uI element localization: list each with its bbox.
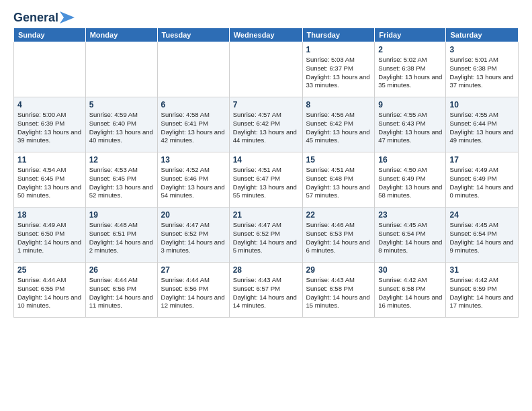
- calendar-cell: 20Sunrise: 4:47 AM Sunset: 6:52 PM Dayli…: [157, 208, 229, 263]
- day-info: Sunrise: 4:48 AM Sunset: 6:51 PM Dayligh…: [89, 221, 154, 255]
- calendar-cell: 17Sunrise: 4:49 AM Sunset: 6:49 PM Dayli…: [446, 152, 519, 208]
- day-info: Sunrise: 4:57 AM Sunset: 6:42 PM Dayligh…: [233, 111, 299, 145]
- calendar-cell: 28Sunrise: 4:43 AM Sunset: 6:57 PM Dayli…: [229, 263, 302, 318]
- calendar-cell: 18Sunrise: 4:49 AM Sunset: 6:50 PM Dayli…: [14, 208, 86, 263]
- day-number: 27: [161, 265, 226, 275]
- week-row-4: 18Sunrise: 4:49 AM Sunset: 6:50 PM Dayli…: [14, 208, 519, 263]
- day-info: Sunrise: 4:58 AM Sunset: 6:41 PM Dayligh…: [161, 111, 226, 145]
- day-number: 5: [89, 100, 154, 109]
- day-info: Sunrise: 4:56 AM Sunset: 6:42 PM Dayligh…: [306, 111, 371, 145]
- calendar-cell: [14, 42, 86, 97]
- day-number: 25: [17, 265, 82, 275]
- weekday-header-thursday: Thursday: [302, 28, 375, 42]
- day-number: 23: [378, 210, 442, 220]
- day-number: 21: [233, 210, 299, 220]
- day-info: Sunrise: 4:45 AM Sunset: 6:54 PM Dayligh…: [378, 221, 442, 255]
- logo-arrow-icon: [60, 11, 75, 24]
- weekday-header-row: SundayMondayTuesdayWednesdayThursdayFrid…: [14, 28, 519, 42]
- day-info: Sunrise: 4:49 AM Sunset: 6:50 PM Dayligh…: [17, 221, 82, 255]
- day-info: Sunrise: 4:42 AM Sunset: 6:59 PM Dayligh…: [449, 276, 515, 310]
- day-info: Sunrise: 4:55 AM Sunset: 6:43 PM Dayligh…: [378, 111, 442, 145]
- calendar-cell: 14Sunrise: 4:51 AM Sunset: 6:47 PM Dayli…: [229, 152, 302, 208]
- svg-marker-0: [60, 11, 75, 24]
- day-info: Sunrise: 5:00 AM Sunset: 6:39 PM Dayligh…: [17, 111, 82, 145]
- day-info: Sunrise: 4:50 AM Sunset: 6:49 PM Dayligh…: [378, 166, 442, 200]
- calendar-cell: 15Sunrise: 4:51 AM Sunset: 6:48 PM Dayli…: [302, 152, 375, 208]
- day-info: Sunrise: 4:59 AM Sunset: 6:40 PM Dayligh…: [89, 111, 154, 145]
- day-number: 7: [233, 100, 299, 109]
- day-number: 16: [378, 155, 442, 165]
- logo-general: General: [13, 11, 58, 25]
- weekday-header-friday: Friday: [375, 28, 446, 42]
- day-number: 2: [378, 45, 442, 54]
- calendar-cell: [157, 42, 229, 97]
- day-number: 3: [449, 45, 515, 54]
- day-number: 20: [161, 210, 226, 220]
- day-number: 17: [449, 155, 515, 165]
- day-info: Sunrise: 4:49 AM Sunset: 6:49 PM Dayligh…: [449, 166, 515, 200]
- day-number: 9: [378, 100, 442, 109]
- calendar-cell: 24Sunrise: 4:45 AM Sunset: 6:54 PM Dayli…: [446, 208, 519, 263]
- day-number: 28: [233, 265, 299, 275]
- calendar-cell: 2Sunrise: 5:02 AM Sunset: 6:38 PM Daylig…: [375, 42, 446, 97]
- week-row-2: 4Sunrise: 5:00 AM Sunset: 6:39 PM Daylig…: [14, 97, 519, 152]
- day-info: Sunrise: 4:47 AM Sunset: 6:52 PM Dayligh…: [161, 221, 226, 255]
- calendar-cell: 25Sunrise: 4:44 AM Sunset: 6:55 PM Dayli…: [14, 263, 86, 318]
- calendar-cell: 11Sunrise: 4:54 AM Sunset: 6:45 PM Dayli…: [14, 152, 86, 208]
- calendar-cell: 9Sunrise: 4:55 AM Sunset: 6:43 PM Daylig…: [375, 97, 446, 152]
- day-info: Sunrise: 4:45 AM Sunset: 6:54 PM Dayligh…: [449, 221, 515, 255]
- day-info: Sunrise: 4:46 AM Sunset: 6:53 PM Dayligh…: [306, 221, 371, 255]
- day-info: Sunrise: 4:44 AM Sunset: 6:56 PM Dayligh…: [161, 276, 226, 310]
- day-number: 1: [306, 45, 371, 54]
- day-info: Sunrise: 4:51 AM Sunset: 6:48 PM Dayligh…: [306, 166, 371, 200]
- calendar-cell: [229, 42, 302, 97]
- day-info: Sunrise: 4:52 AM Sunset: 6:46 PM Dayligh…: [161, 166, 226, 200]
- day-info: Sunrise: 4:44 AM Sunset: 6:56 PM Dayligh…: [89, 276, 154, 310]
- calendar-cell: 27Sunrise: 4:44 AM Sunset: 6:56 PM Dayli…: [157, 263, 229, 318]
- day-number: 4: [17, 100, 82, 109]
- calendar-cell: 6Sunrise: 4:58 AM Sunset: 6:41 PM Daylig…: [157, 97, 229, 152]
- week-row-1: 1Sunrise: 5:03 AM Sunset: 6:37 PM Daylig…: [14, 42, 519, 97]
- calendar-table: SundayMondayTuesdayWednesdayThursdayFrid…: [13, 28, 519, 318]
- day-info: Sunrise: 4:53 AM Sunset: 6:45 PM Dayligh…: [89, 166, 154, 200]
- calendar-cell: 22Sunrise: 4:46 AM Sunset: 6:53 PM Dayli…: [302, 208, 375, 263]
- calendar-cell: 26Sunrise: 4:44 AM Sunset: 6:56 PM Dayli…: [85, 263, 157, 318]
- calendar-cell: 23Sunrise: 4:45 AM Sunset: 6:54 PM Dayli…: [375, 208, 446, 263]
- day-info: Sunrise: 4:47 AM Sunset: 6:52 PM Dayligh…: [233, 221, 299, 255]
- day-info: Sunrise: 4:44 AM Sunset: 6:55 PM Dayligh…: [17, 276, 82, 310]
- calendar-cell: 4Sunrise: 5:00 AM Sunset: 6:39 PM Daylig…: [14, 97, 86, 152]
- day-number: 26: [89, 265, 154, 275]
- day-info: Sunrise: 4:42 AM Sunset: 6:58 PM Dayligh…: [378, 276, 442, 310]
- calendar-cell: 1Sunrise: 5:03 AM Sunset: 6:37 PM Daylig…: [302, 42, 375, 97]
- calendar-cell: 19Sunrise: 4:48 AM Sunset: 6:51 PM Dayli…: [85, 208, 157, 263]
- calendar-cell: 5Sunrise: 4:59 AM Sunset: 6:40 PM Daylig…: [85, 97, 157, 152]
- day-number: 24: [449, 210, 515, 220]
- page: General SundayMondayTuesdayWednesdayThur…: [0, 0, 532, 411]
- calendar-cell: 12Sunrise: 4:53 AM Sunset: 6:45 PM Dayli…: [85, 152, 157, 208]
- day-info: Sunrise: 4:55 AM Sunset: 6:44 PM Dayligh…: [449, 111, 515, 145]
- week-row-5: 25Sunrise: 4:44 AM Sunset: 6:55 PM Dayli…: [14, 263, 519, 318]
- weekday-header-tuesday: Tuesday: [157, 28, 229, 42]
- day-number: 30: [378, 265, 442, 275]
- day-number: 19: [89, 210, 154, 220]
- day-number: 11: [17, 155, 82, 165]
- calendar-cell: 21Sunrise: 4:47 AM Sunset: 6:52 PM Dayli…: [229, 208, 302, 263]
- day-info: Sunrise: 5:02 AM Sunset: 6:38 PM Dayligh…: [378, 56, 442, 90]
- day-number: 12: [89, 155, 154, 165]
- calendar-cell: 7Sunrise: 4:57 AM Sunset: 6:42 PM Daylig…: [229, 97, 302, 152]
- day-info: Sunrise: 4:51 AM Sunset: 6:47 PM Dayligh…: [233, 166, 299, 200]
- day-number: 29: [306, 265, 371, 275]
- weekday-header-monday: Monday: [85, 28, 157, 42]
- day-info: Sunrise: 4:43 AM Sunset: 6:57 PM Dayligh…: [233, 276, 299, 310]
- calendar-cell: 30Sunrise: 4:42 AM Sunset: 6:58 PM Dayli…: [375, 263, 446, 318]
- calendar-cell: 3Sunrise: 5:01 AM Sunset: 6:38 PM Daylig…: [446, 42, 519, 97]
- day-number: 22: [306, 210, 371, 220]
- day-info: Sunrise: 5:01 AM Sunset: 6:38 PM Dayligh…: [449, 56, 515, 90]
- weekday-header-sunday: Sunday: [14, 28, 86, 42]
- day-number: 18: [17, 210, 82, 220]
- logo: General: [13, 11, 75, 22]
- calendar-cell: 8Sunrise: 4:56 AM Sunset: 6:42 PM Daylig…: [302, 97, 375, 152]
- week-row-3: 11Sunrise: 4:54 AM Sunset: 6:45 PM Dayli…: [14, 152, 519, 208]
- day-info: Sunrise: 5:03 AM Sunset: 6:37 PM Dayligh…: [306, 56, 371, 90]
- weekday-header-saturday: Saturday: [446, 28, 519, 42]
